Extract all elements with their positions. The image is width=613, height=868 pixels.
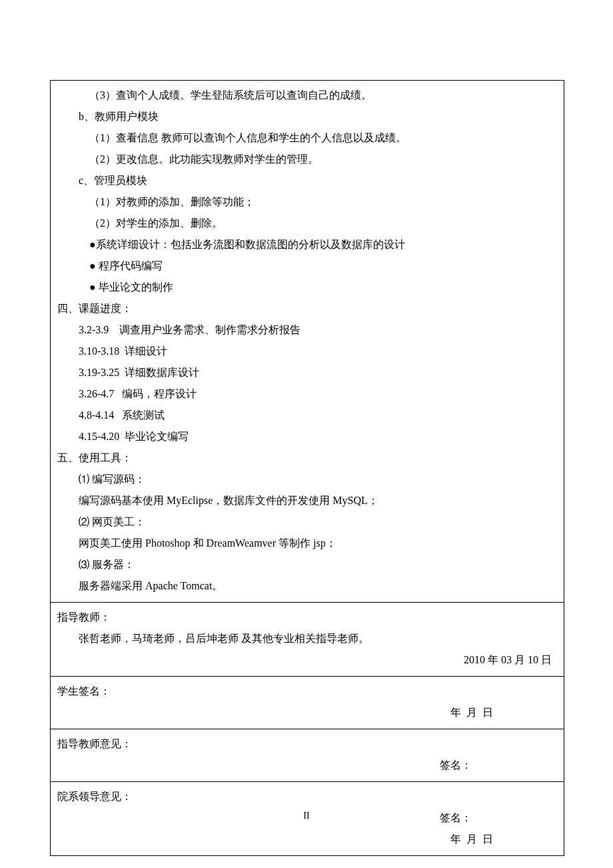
tool-line: 服务器端采用 Apache Tomcat。 (57, 575, 557, 597)
advisor-opinion-label: 指导教师意见： (57, 733, 557, 755)
advisor-label: 指导教师： (57, 607, 557, 628)
text-line: ● 毕业论文的制作 (57, 277, 557, 298)
dept-opinion-date: 年 月 日 (57, 829, 557, 850)
schedule-line: 3.19-3.25 详细数据库设计 (57, 362, 557, 383)
text-line: c、管理员模块 (57, 170, 557, 191)
tool-line: ⑶ 服务器： (57, 554, 557, 575)
text-line: （3）查询个人成绩。学生登陆系统后可以查询自己的成绩。 (57, 85, 557, 106)
advisor-opinion-sign: 签名： (57, 755, 557, 776)
advisor-date: 2010 年 03 月 10 日 (57, 649, 557, 671)
text-line: ●系统详细设计：包括业务流图和数据流图的分析以及数据库的设计 (57, 234, 557, 255)
text-line: ● 程序代码编写 (57, 255, 557, 277)
schedule-line: 4.15-4.20 毕业论文编写 (57, 426, 557, 447)
text-line: b、教师用户模块 (57, 106, 557, 127)
tool-line: 编写源码基本使用 MyEclipse，数据库文件的开发使用 MySQL； (57, 490, 557, 511)
advisor-names: 张哲老师，马琦老师，吕后坤老师 及其他专业相关指导老师。 (57, 628, 557, 649)
student-sign-label: 学生签名： (57, 681, 557, 702)
text-line: （1）查看信息 教师可以查询个人信息和学生的个人信息以及成绩。 (57, 127, 557, 149)
student-sign-cell: 学生签名： 年 月 日 (51, 677, 564, 729)
tool-line: ⑴ 编写源码： (57, 469, 557, 490)
advisor-opinion-cell: 指导教师意见： 签名： (51, 729, 564, 782)
text-line: （2）对学生的添加、删除。 (57, 213, 557, 234)
student-sign-date: 年 月 日 (57, 702, 557, 723)
schedule-line: 3.26-4.7 编码，程序设计 (57, 383, 557, 405)
section-heading: 五、使用工具： (57, 447, 557, 469)
page-number: II (0, 811, 613, 821)
form-table: （3）查询个人成绩。学生登陆系统后可以查询自己的成绩。 b、教师用户模块 （1）… (50, 80, 564, 856)
advisor-cell: 指导教师： 张哲老师，马琦老师，吕后坤老师 及其他专业相关指导老师。 2010 … (51, 603, 564, 677)
content-cell: （3）查询个人成绩。学生登陆系统后可以查询自己的成绩。 b、教师用户模块 （1）… (51, 81, 564, 603)
dept-opinion-label: 院系领导意见： (57, 786, 557, 807)
tool-line: 网页美工使用 Photoshop 和 DreamWeamver 等制作 jsp； (57, 533, 557, 554)
text-line: （1）对教师的添加、删除等功能； (57, 191, 557, 213)
tool-line: ⑵ 网页美工： (57, 511, 557, 533)
schedule-line: 3.10-3.18 详细设计 (57, 341, 557, 362)
text-line: （2）更改信息。此功能实现教师对学生的管理。 (57, 149, 557, 170)
schedule-line: 4.8-4.14 系统测试 (57, 405, 557, 426)
schedule-line: 3.2-3.9 调查用户业务需求、制作需求分析报告 (57, 319, 557, 341)
section-heading: 四、课题进度： (57, 298, 557, 319)
